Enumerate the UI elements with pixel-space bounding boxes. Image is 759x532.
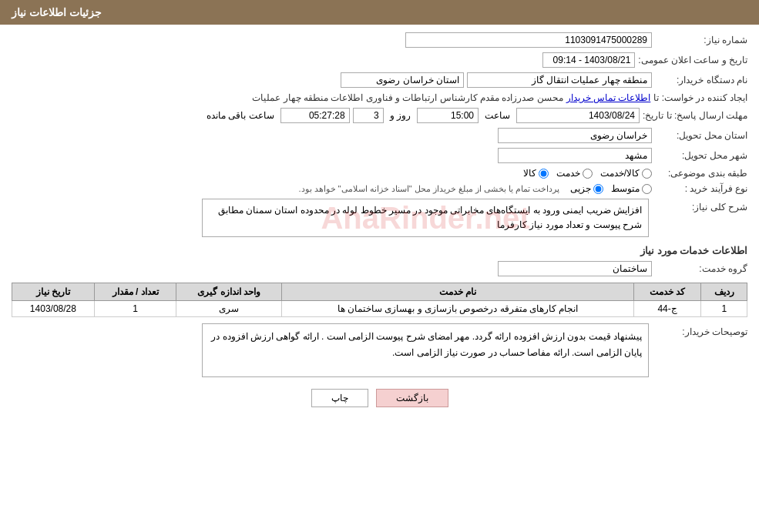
- delivery-province-label: استان محل تحویل:: [655, 130, 747, 141]
- page-title: جزئیات اطلاعات نیاز: [12, 6, 102, 18]
- need-number-label: شماره نیاز:: [655, 35, 747, 45]
- delivery-city-row: شهر محل تحویل:: [12, 148, 747, 163]
- table-cell-service_code: ج-44: [633, 301, 701, 317]
- content-area: شماره نیاز: تاریخ و ساعت اعلان عمومی: نا…: [0, 25, 759, 423]
- need-desc-row: شرح کلی نیاز: افزایش ضریب ایمنی ورود به …: [12, 199, 747, 237]
- category-kala-khadamat-item: کالا/خدمت: [600, 168, 652, 179]
- page-wrapper: جزئیات اطلاعات نیاز شماره نیاز: تاریخ و …: [0, 0, 759, 532]
- deadline-remaining-input[interactable]: [280, 108, 350, 123]
- need-desc-box: افزایش ضریب ایمنی ورود به ایستگاه‌های مخ…: [202, 199, 649, 237]
- purchase-type-row: نوع فرآیند خرید : متوسط جزیی پرداخت تمام…: [12, 183, 747, 194]
- table-cell-need_date: 1403/08/28: [12, 301, 95, 317]
- purchase-type-label: نوع فرآیند خرید :: [655, 183, 747, 194]
- buyer-org-label: نام دستگاه خریدار:: [655, 75, 747, 85]
- deadline-days-label: روز و: [390, 110, 411, 121]
- category-row: طبقه بندی موضوعی: کالا/خدمت خدمت کالا: [12, 168, 747, 179]
- announcement-row: تاریخ و ساعت اعلان عمومی:: [12, 52, 747, 68]
- category-kala-khadamat-radio[interactable]: [642, 169, 652, 179]
- delivery-city-input[interactable]: [498, 148, 652, 163]
- category-kala-item: کالا: [523, 168, 549, 179]
- col-header-service-name: نام خدمت: [282, 283, 634, 301]
- creator-row: ایجاد کننده در خواست: تا اطلاعات تماس خر…: [12, 92, 747, 103]
- table-cell-unit: سری: [176, 301, 282, 317]
- contact-link[interactable]: اطلاعات تماس خریدار: [566, 92, 651, 103]
- col-header-need-date: تاریخ نیاز: [12, 283, 95, 301]
- deadline-time-input[interactable]: [417, 108, 479, 123]
- table-cell-quantity: 1: [94, 301, 176, 317]
- service-group-input[interactable]: [498, 261, 652, 276]
- table-row: 1ج-44انجام کارهای متفرقه درخصوص بازسازی …: [12, 301, 747, 317]
- category-kala-label: کالا: [523, 168, 536, 179]
- need-desc-label: شرح کلی نیاز:: [655, 199, 747, 212]
- region-input[interactable]: [467, 72, 652, 88]
- deadline-row: مهلت ارسال پاسخ: تا تاریخ: ساعت روز و سا…: [12, 108, 747, 123]
- deadline-time-label: ساعت: [485, 110, 510, 121]
- buyer-notes-row: توصیحات خریدار: پیشنهاد قیمت بدون ارزش ا…: [12, 323, 747, 377]
- category-khadamat-item: خدمت: [556, 168, 593, 179]
- category-kala-radio[interactable]: [539, 169, 549, 179]
- delivery-province-input[interactable]: [498, 128, 652, 143]
- category-khadamat-radio[interactable]: [583, 169, 593, 179]
- purchase-type-jozei-radio[interactable]: [593, 184, 603, 194]
- back-button[interactable]: بازگشت: [376, 389, 448, 407]
- col-header-row-num: ردیف: [701, 283, 747, 301]
- delivery-province-row: استان محل تحویل:: [12, 128, 747, 143]
- category-kala-khadamat-label: کالا/خدمت: [600, 168, 640, 179]
- deadline-remaining-label: ساعت باقی مانده: [207, 110, 274, 121]
- purchase-type-radio-group: متوسط جزیی: [570, 183, 652, 194]
- purchase-type-motovaset-item: متوسط: [611, 183, 652, 194]
- col-header-unit: واحد اندازه گیری: [176, 283, 282, 301]
- service-group-label: گروه خدمت:: [655, 263, 747, 274]
- creator-label: ایجاد کننده در خواست: تا: [653, 92, 747, 103]
- col-header-quantity: تعداد / مقدار: [94, 283, 176, 301]
- purchase-type-jozei-item: جزیی: [570, 183, 603, 194]
- announcement-label: تاریخ و ساعت اعلان عمومی:: [638, 55, 747, 65]
- col-header-service-code: کد خدمت: [633, 283, 701, 301]
- page-header: جزئیات اطلاعات نیاز: [0, 0, 759, 25]
- delivery-city-label: شهر محل تحویل:: [655, 150, 747, 161]
- buyer-org-row: نام دستگاه خریدار:: [12, 72, 747, 88]
- deadline-date-input[interactable]: [516, 108, 640, 123]
- buyer-notes-value: پیشنهاد قیمت بدون ارزش افزوده ارائه گردد…: [211, 331, 642, 357]
- purchase-type-jozei-label: جزیی: [570, 183, 591, 194]
- purchase-type-motovaset-label: متوسط: [611, 183, 640, 194]
- category-khadamat-label: خدمت: [556, 168, 580, 179]
- buyer-notes-label: توصیحات خریدار:: [655, 323, 747, 337]
- province-input[interactable]: [341, 72, 464, 88]
- service-group-row: گروه خدمت:: [12, 261, 747, 276]
- deadline-label: مهلت ارسال پاسخ: تا تاریخ:: [643, 110, 747, 121]
- print-button[interactable]: چاپ: [311, 389, 368, 407]
- deadline-days-input[interactable]: [353, 108, 384, 123]
- creator-value: محسن صدرزاده مقدم کارشناس ارتباطات و فنا…: [252, 92, 563, 103]
- need-number-input[interactable]: [405, 32, 652, 48]
- services-table-container: ردیف کد خدمت نام خدمت واحد اندازه گیری ت…: [12, 283, 747, 317]
- services-section-title: اطلاعات خدمات مورد نیاز: [12, 245, 747, 256]
- announcement-input[interactable]: [542, 52, 635, 68]
- buttons-row: بازگشت چاپ: [12, 389, 747, 407]
- table-cell-service_name: انجام کارهای متفرقه درخصوص بازسازی و بهس…: [282, 301, 634, 317]
- need-number-row: شماره نیاز:: [12, 32, 747, 48]
- need-desc-value: افزایش ضریب ایمنی ورود به ایستگاه‌های مخ…: [218, 205, 642, 230]
- table-cell-row_num: 1: [701, 301, 747, 317]
- services-table: ردیف کد خدمت نام خدمت واحد اندازه گیری ت…: [12, 283, 747, 317]
- purchase-type-note: پرداخت تمام یا بخشی از مبلغ خریداز محل "…: [298, 184, 559, 194]
- purchase-type-motovaset-radio[interactable]: [642, 184, 652, 194]
- buyer-notes-box: پیشنهاد قیمت بدون ارزش افزوده ارائه گردد…: [202, 323, 649, 377]
- category-radio-group: کالا/خدمت خدمت کالا: [523, 168, 652, 179]
- category-label: طبقه بندی موضوعی:: [655, 168, 747, 179]
